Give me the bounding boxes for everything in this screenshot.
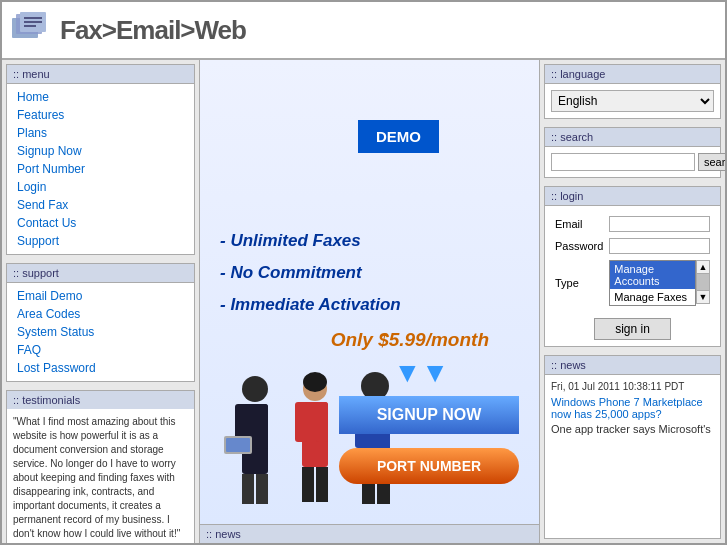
list-item: Support	[7, 232, 194, 250]
news-bar: :: news	[200, 524, 539, 543]
news-snippet-2: One app tracker says Microsoft's	[551, 423, 711, 435]
left-sidebar: :: menu Home Features Plans Signup Now P…	[2, 60, 200, 543]
svg-point-20	[303, 372, 327, 392]
type-option-manage-faxes[interactable]: Manage Faxes	[610, 289, 695, 305]
banner-line3: - Immediate Activation	[220, 295, 401, 315]
list-item: Port Number	[7, 160, 194, 178]
support-item-emaildemo[interactable]: Email Demo	[7, 287, 194, 305]
email-label: Email	[553, 214, 605, 234]
scroll-up-icon[interactable]: ▲	[697, 261, 709, 274]
signup-button[interactable]: SIGNUP NOW	[339, 396, 519, 434]
list-item: Lost Password	[7, 359, 194, 377]
table-row: Type Manage Accounts Manage Faxes ▲	[553, 258, 712, 308]
signin-container: sign in	[551, 314, 714, 340]
support-item-lostpassword[interactable]: Lost Password	[7, 359, 194, 377]
menu-list: Home Features Plans Signup Now Port Numb…	[7, 84, 194, 254]
type-label: Type	[553, 258, 605, 308]
news-section-header: :: news	[545, 356, 720, 375]
search-body: search	[545, 147, 720, 177]
list-item: FAQ	[7, 341, 194, 359]
menu-item-features[interactable]: Features	[7, 106, 194, 124]
support-section: :: support Email Demo Area Codes System …	[6, 263, 195, 382]
login-table: Email Password Type	[551, 212, 714, 310]
banner-area: - Unlimited Faxes - No Commitment - Imme…	[200, 60, 539, 524]
password-input[interactable]	[609, 238, 710, 254]
logo-text: Fax>Email>Web	[60, 15, 246, 46]
scroll-down-icon[interactable]: ▼	[697, 290, 709, 303]
svg-rect-16	[295, 402, 307, 442]
password-label: Password	[553, 236, 605, 256]
menu-item-plans[interactable]: Plans	[7, 124, 194, 142]
type-dropdown-container: Manage Accounts Manage Faxes ▲ ▼	[609, 260, 710, 306]
table-row: Password	[553, 236, 712, 256]
search-section: :: search search	[544, 127, 721, 178]
menu-item-contact[interactable]: Contact Us	[7, 214, 194, 232]
main-content: :: menu Home Features Plans Signup Now P…	[2, 60, 725, 543]
support-item-status[interactable]: System Status	[7, 323, 194, 341]
menu-item-port[interactable]: Port Number	[7, 160, 194, 178]
svg-point-6	[242, 376, 268, 402]
svg-rect-17	[316, 402, 328, 442]
search-button[interactable]: search	[698, 153, 725, 171]
list-item: Email Demo	[7, 287, 194, 305]
support-item-faq[interactable]: FAQ	[7, 341, 194, 359]
header: Fax>Email>Web	[2, 2, 725, 60]
list-item: Plans	[7, 124, 194, 142]
svg-rect-11	[256, 474, 268, 504]
svg-rect-19	[316, 467, 328, 502]
search-input[interactable]	[551, 153, 695, 171]
price-text: Only $5.99/month	[331, 329, 489, 351]
list-item: Features	[7, 106, 194, 124]
list-item: Home	[7, 88, 194, 106]
testimonials-text: "What I find most amazing about this web…	[13, 415, 188, 541]
news-section: :: news Fri, 01 Jul 2011 10:38:11 PDT Wi…	[544, 355, 721, 539]
language-header: :: language	[545, 65, 720, 84]
support-item-areacodes[interactable]: Area Codes	[7, 305, 194, 323]
menu-item-signup[interactable]: Signup Now	[7, 142, 194, 160]
menu-item-support[interactable]: Support	[7, 232, 194, 250]
type-cell: Manage Accounts Manage Faxes ▲ ▼	[607, 258, 712, 308]
right-sidebar: :: language English Spanish French Germa…	[540, 60, 725, 543]
list-item: Area Codes	[7, 305, 194, 323]
login-header: :: login	[545, 187, 720, 206]
language-section: :: language English Spanish French Germa…	[544, 64, 721, 119]
type-dropdown-area: Manage Accounts Manage Faxes	[609, 260, 696, 306]
menu-section: :: menu Home Features Plans Signup Now P…	[6, 64, 195, 255]
testimonials-header: :: testimonials	[7, 391, 194, 409]
password-cell	[607, 236, 712, 256]
email-input[interactable]	[609, 216, 710, 232]
svg-rect-9	[256, 404, 268, 449]
list-item: Login	[7, 178, 194, 196]
app-window: Fax>Email>Web :: menu Home Features Plan…	[0, 0, 727, 545]
news-date: Fri, 01 Jul 2011 10:38:11 PDT	[551, 381, 714, 392]
table-row: Email	[553, 214, 712, 234]
banner-line1: - Unlimited Faxes	[220, 231, 361, 251]
list-item: Send Fax	[7, 196, 194, 214]
support-header: :: support	[7, 264, 194, 283]
menu-item-home[interactable]: Home	[7, 88, 194, 106]
login-body: Email Password Type	[545, 206, 720, 346]
email-cell	[607, 214, 712, 234]
svg-rect-10	[242, 474, 254, 504]
list-item: Signup Now	[7, 142, 194, 160]
menu-header: :: menu	[7, 65, 194, 84]
language-body: English Spanish French German	[545, 84, 720, 118]
type-scrollbar[interactable]: ▲ ▼	[696, 260, 710, 304]
menu-item-login[interactable]: Login	[7, 178, 194, 196]
list-item: System Status	[7, 323, 194, 341]
demo-button[interactable]: DEMO	[358, 120, 439, 153]
news-section-body: Fri, 01 Jul 2011 10:38:11 PDT Windows Ph…	[545, 375, 720, 441]
login-section: :: login Email Password Type	[544, 186, 721, 347]
support-list: Email Demo Area Codes System Status FAQ …	[7, 283, 194, 381]
svg-rect-13	[226, 438, 250, 452]
port-number-button[interactable]: PORT NUMBER	[339, 448, 519, 484]
banner-line2: - No Commitment	[220, 263, 362, 283]
testimonials-section: :: testimonials "What I find most amazin…	[6, 390, 195, 543]
language-select[interactable]: English Spanish French German	[551, 90, 714, 112]
signin-button[interactable]: sign in	[594, 318, 671, 340]
arrow-down-icon: ▼▼	[394, 357, 449, 389]
type-option-manage-accounts[interactable]: Manage Accounts	[610, 261, 695, 289]
people-illustration	[210, 364, 420, 524]
news-link-1[interactable]: Windows Phone 7 Marketplace now has 25,0…	[551, 396, 714, 420]
menu-item-sendfax[interactable]: Send Fax	[7, 196, 194, 214]
